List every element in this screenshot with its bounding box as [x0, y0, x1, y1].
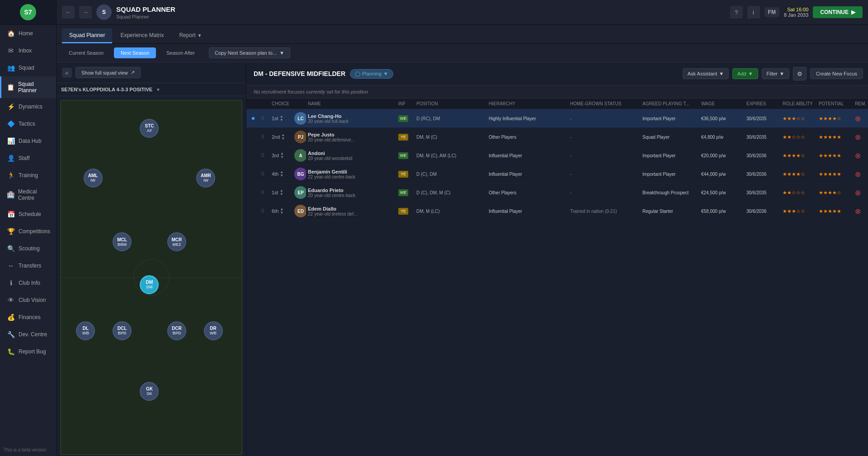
- player-avatar: ED: [294, 205, 306, 217]
- sidebar-item-competitions[interactable]: 🏆Competitions: [0, 223, 56, 240]
- table-row[interactable]: ⠿ 1st ▲ ▼ EP Eduardo Prieto 20 year-old …: [246, 183, 868, 202]
- sidebar-icon-dev-centre: 🔧: [7, 330, 15, 338]
- sidebar-item-club-vision[interactable]: 👁Club Vision: [0, 291, 56, 309]
- continue-button[interactable]: CONTINUE ▶: [813, 6, 863, 18]
- hierarchy-cell: Influential Player: [487, 208, 568, 215]
- player-avatar: PJ: [294, 131, 306, 143]
- remove-cell[interactable]: ⊗: [853, 169, 867, 179]
- copy-plan-button[interactable]: Copy Next Season plan to... ▼: [209, 47, 290, 58]
- sidebar-icon-transfers: ↔: [7, 262, 15, 270]
- table-row[interactable]: ⠿ 2nd ▲ ▼ PJ Pepe Justo 20 year-old defe…: [246, 128, 868, 146]
- position-stc[interactable]: STC AF: [140, 119, 159, 138]
- position-mcr[interactable]: MCR MEZ: [167, 232, 186, 251]
- help-icon[interactable]: ?: [730, 6, 743, 19]
- settings-button[interactable]: ⚙: [793, 67, 807, 80]
- tab-report[interactable]: Report ▼: [172, 28, 209, 43]
- table-row[interactable]: ⠿ 1st ▲ ▼ LC Lee Chang-Ho 20 year-old fu…: [246, 109, 868, 128]
- position-dr[interactable]: DR WB: [204, 321, 223, 340]
- drag-handle[interactable]: ⠿: [259, 152, 270, 160]
- add-label: Add: [737, 71, 746, 76]
- col-choice: CHOICE: [270, 100, 292, 107]
- sidebar-item-data-hub[interactable]: 📊Data Hub: [0, 132, 56, 150]
- remove-cell[interactable]: ⊗: [853, 206, 867, 216]
- row-indicator: [250, 116, 259, 121]
- sidebar-item-finances[interactable]: 💰Finances: [0, 309, 56, 326]
- sidebar-item-schedule[interactable]: 📅Schedule: [0, 206, 56, 223]
- sidebar-icon-club-vision: 👁: [7, 296, 15, 304]
- planning-badge[interactable]: ◯ Planning ▼: [350, 69, 393, 79]
- sidebar-icon-inbox: ✉: [7, 47, 15, 55]
- ask-assistant-button[interactable]: Ask Assistant ▼: [683, 68, 729, 79]
- sidebar-item-transfers[interactable]: ↔Transfers: [0, 257, 56, 274]
- wage-cell: €20,000 p/w: [699, 152, 745, 159]
- potential-cell: ★★★★★: [817, 207, 853, 215]
- drag-handle[interactable]: ⠿: [259, 207, 270, 215]
- planning-chevron-icon: ▼: [383, 71, 388, 76]
- formation-name: SE7EN's KLOPPDIOLA 4-3-3 POSITIVE: [61, 87, 152, 92]
- sidebar-item-staff[interactable]: 👤Staff: [0, 150, 56, 167]
- forward-button[interactable]: →: [79, 6, 92, 19]
- position-mcl[interactable]: MCL BBM: [113, 232, 132, 251]
- filter-button[interactable]: Filter ▼: [762, 68, 789, 79]
- table-row[interactable]: ⠿ 6th ▲ ▼ ED Edem Diallo 22 year-old tir…: [246, 202, 868, 221]
- position-dcr[interactable]: DCR BPD: [167, 321, 186, 340]
- sidebar-label-inbox: Inbox: [19, 47, 32, 54]
- nation-flag: YE: [398, 134, 408, 141]
- remove-cell[interactable]: ⊗: [853, 132, 867, 142]
- drag-handle[interactable]: ⠿: [259, 115, 270, 122]
- create-new-focus-button[interactable]: Create New Focus: [810, 68, 863, 79]
- position-dcl[interactable]: DCL BPD: [113, 321, 132, 340]
- position-aml[interactable]: AML IW: [84, 169, 103, 188]
- tab-season-after[interactable]: Season After: [160, 47, 202, 58]
- filter-chevron-icon: ▼: [779, 71, 784, 76]
- position-dl[interactable]: DL WB: [76, 321, 95, 340]
- add-chevron-icon: ▼: [748, 71, 753, 76]
- nation-flag: YE: [398, 171, 408, 178]
- remove-cell[interactable]: ⊗: [853, 188, 867, 198]
- name-cell: Edem Diallo 22 year-old tireless def...: [306, 205, 396, 217]
- agreed-cell: Important Player: [641, 171, 699, 178]
- sidebar-item-medical[interactable]: 🏥Medical Centre: [0, 184, 56, 206]
- formation-panel: « Show full squad view ↗ SE7EN's KLOPPDI…: [57, 62, 246, 456]
- position-dm[interactable]: DM DM: [140, 275, 159, 294]
- col-wage: WAGE: [699, 100, 745, 107]
- sidebar-item-dev-centre[interactable]: 🔧Dev. Centre: [0, 326, 56, 343]
- drag-handle[interactable]: ⠿: [259, 170, 270, 178]
- show-full-squad-button[interactable]: Show full squad view ↗: [75, 67, 141, 78]
- sidebar-item-training[interactable]: 🏃Training: [0, 167, 56, 184]
- sidebar-label-home: Home: [19, 30, 33, 37]
- sidebar-item-home[interactable]: 🏠Home: [0, 25, 56, 42]
- tab-report-label: Report: [179, 32, 195, 38]
- table-row[interactable]: ⠿ 4th ▲ ▼ BG Benjamín Gentili 22 year-ol…: [246, 165, 868, 183]
- agreed-cell: Breakthrough Prospect: [641, 189, 699, 196]
- remove-cell[interactable]: ⊗: [853, 113, 867, 124]
- sidebar-item-inbox[interactable]: ✉Inbox: [0, 42, 56, 59]
- choice-cell: 1st ▲ ▼: [270, 188, 292, 197]
- sidebar-item-dynamics[interactable]: ⚡Dynamics: [0, 98, 56, 115]
- sidebar-item-scouting[interactable]: 🔍Scouting: [0, 240, 56, 257]
- info-icon[interactable]: i: [747, 6, 760, 19]
- formation-chevron-icon[interactable]: ▼: [156, 87, 160, 92]
- sidebar-item-squad[interactable]: 👥Squad: [0, 59, 56, 76]
- position-amr[interactable]: AMR IW: [196, 169, 215, 188]
- collapse-button[interactable]: «: [62, 68, 72, 78]
- drag-handle[interactable]: ⠿: [259, 189, 270, 197]
- position-circle-dcr: DCR BPD: [167, 321, 186, 340]
- tab-next-season[interactable]: Next Season: [114, 47, 156, 58]
- sidebar-item-report-bug[interactable]: 🐛Report Bug: [0, 343, 56, 360]
- role-ability-cell: ★★☆☆☆: [781, 133, 817, 141]
- tab-current-season[interactable]: Current Season: [62, 47, 110, 58]
- back-button[interactable]: ←: [62, 6, 75, 19]
- sidebar-item-squad-planner[interactable]: 📋Squad Planner: [0, 76, 56, 98]
- drag-handle[interactable]: ⠿: [259, 133, 270, 141]
- position-cell: DM, M (C), AM (LC): [415, 152, 487, 159]
- tab-experience-matrix[interactable]: Experience Matrix: [113, 28, 171, 43]
- tab-squad-planner[interactable]: Squad Planner: [62, 28, 112, 43]
- position-gk[interactable]: GK SK: [140, 382, 159, 401]
- remove-cell[interactable]: ⊗: [853, 150, 867, 161]
- sidebar-icon-training: 🏃: [7, 171, 15, 179]
- add-button[interactable]: Add ▼: [732, 68, 758, 79]
- sidebar-item-club-info[interactable]: ℹClub Info: [0, 274, 56, 291]
- sidebar-item-tactics[interactable]: 🔷Tactics: [0, 115, 56, 132]
- table-row[interactable]: ⠿ 3rd ▲ ▼ A Andoni 20 year-old wonderkid: [246, 146, 868, 165]
